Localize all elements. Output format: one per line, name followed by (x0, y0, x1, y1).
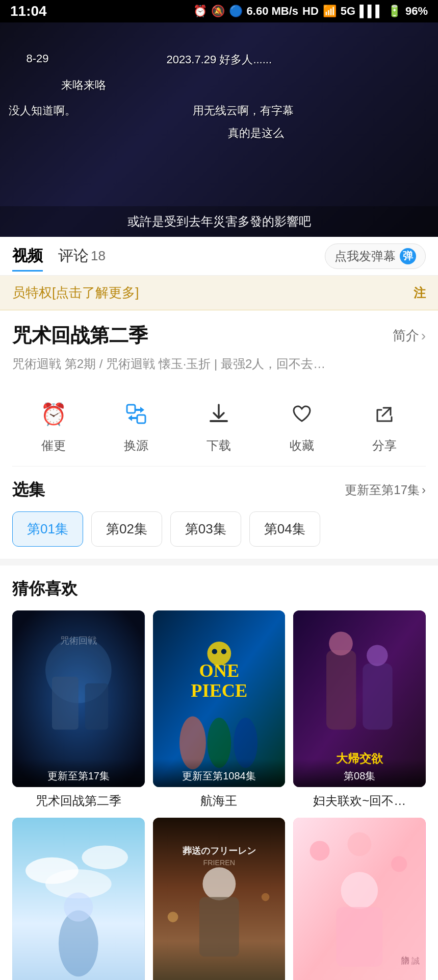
status-icons: ⏰ 🔕 🔵 6.60 MB/s HD 📶 5G ▌▌▌ 🔋 96% (193, 5, 428, 18)
recommend-item-frieren[interactable]: 葬送のフリーレン FRIEREN (153, 818, 286, 980)
5g-icon: 5G (341, 5, 355, 18)
episode-button-02[interactable]: 第02集 (91, 511, 162, 547)
recommend-thumb-sky (12, 818, 145, 980)
svg-rect-1 (137, 415, 145, 423)
share-label: 分享 (372, 437, 397, 454)
svg-point-12 (212, 649, 217, 654)
danmu-item: 用无线云啊，有字幕 (193, 103, 294, 118)
episode-button-04[interactable]: 第04集 (249, 511, 320, 547)
danmu-label: 点我发弹幕 (334, 248, 396, 264)
intro-link[interactable]: 简介 › (393, 327, 426, 345)
svg-point-39 (348, 832, 372, 856)
selection-section: 选集 更新至第17集 › 第01集 第02集 第03集 第04集 (0, 467, 438, 559)
svg-point-11 (207, 642, 231, 666)
favorite-label: 收藏 (290, 437, 314, 454)
recommend-item-sky[interactable] (12, 818, 145, 980)
svg-rect-2 (210, 420, 228, 422)
danmu-icon: 弹 (400, 248, 416, 264)
tab-video[interactable]: 视频 (12, 240, 43, 272)
svg-rect-19 (363, 664, 393, 730)
favorite-icon (284, 396, 320, 432)
battery-icon: 🔋 (388, 5, 401, 18)
danmu-item: 2023.7.29 好多人...... (166, 52, 272, 67)
recommend-thumb-special: 大帰交欲 第08集 (293, 610, 426, 787)
recommend-name-special: 妇夫联欢~回不… (293, 792, 426, 810)
download-button[interactable]: 下载 (200, 396, 237, 454)
hd-badge: HD (302, 5, 319, 18)
content-section: 咒术回战第二季 简介 › 咒術迴戦 第2期 / 咒術迴戦 懐玉·玉折 | 最强2… (0, 310, 438, 467)
recommend-thumb-onepiece: ONE PIECE 更新至第1084集 (153, 610, 286, 787)
danmu-overlay: 8-29 2023.7.29 好多人...... 来咯来咯 没人知道啊。 用无线… (0, 22, 438, 206)
action-buttons: ⏰ 催更 换源 下载 (12, 387, 426, 467)
recommend-item-jujutsu[interactable]: 咒術回戦 更新至第17集 咒术回战第二季 (12, 610, 145, 810)
svg-point-25 (82, 845, 128, 869)
video-player[interactable]: 8-29 2023.7.29 好多人...... 来咯来咯 没人知道啊。 用无线… (0, 22, 438, 237)
recommend-name-jujutsu: 咒术回战第二季 (12, 792, 145, 810)
recommend-item-pink[interactable]: 物語 誠 (293, 818, 426, 980)
svg-point-28 (64, 892, 93, 921)
anime-title: 咒术回战第二季 (12, 323, 148, 349)
danmu-item: 真的是这么 (228, 126, 284, 141)
recommend-thumb-jujutsu: 咒術回戦 更新至第17集 (12, 610, 145, 787)
svg-point-38 (391, 856, 407, 872)
speed-indicator: 6.60 MB/s (247, 5, 299, 18)
recommend-badge-jujutsu: 更新至第17集 (12, 759, 145, 787)
danmu-item: 8-29 (27, 52, 49, 65)
comment-count: 18 (91, 248, 106, 264)
share-icon (366, 396, 403, 432)
svg-text:咒術回戦: 咒術回戦 (60, 635, 97, 646)
wifi-icon: 📶 (323, 5, 337, 18)
status-bar: 11:04 ⏰ 🔕 🔵 6.60 MB/s HD 📶 5G ▌▌▌ 🔋 96% (0, 0, 438, 22)
switch-source-label: 换源 (124, 437, 148, 454)
svg-rect-6 (85, 683, 108, 730)
danmu-button[interactable]: 点我发弹幕 弹 (325, 243, 426, 269)
battery-level: 96% (405, 5, 428, 18)
svg-text:葬送のフリーレン: 葬送のフリーレン (182, 846, 255, 856)
switch-source-icon (118, 396, 154, 432)
episode-button-03[interactable]: 第03集 (170, 511, 241, 547)
svg-point-21 (367, 645, 388, 666)
svg-rect-18 (326, 650, 356, 730)
video-subtitle: 或許是受到去年災害多發的影響吧 (0, 206, 438, 237)
svg-text:PIECE: PIECE (191, 680, 247, 701)
recommend-thumb-pink: 物語 誠 (293, 818, 426, 980)
title-row: 咒术回战第二季 简介 › (12, 323, 426, 349)
recommend-thumb-frieren: 葬送のフリーレン FRIEREN (153, 818, 286, 980)
alarm-icon: ⏰ (193, 5, 207, 18)
anime-tags: 咒術迴戦 第2期 / 咒術迴戦 懐玉·玉折 | 最强2人，回不去… (12, 355, 426, 373)
selection-update[interactable]: 更新至第17集 › (345, 482, 426, 498)
episode-button-01[interactable]: 第01集 (12, 511, 83, 547)
svg-rect-5 (52, 677, 79, 730)
svg-point-34 (167, 912, 178, 922)
recommend-grid: 咒術回戦 更新至第17集 咒术回战第二季 (12, 610, 426, 980)
favorite-button[interactable]: 收藏 (284, 396, 320, 454)
member-text: 员特权[点击了解更多] (12, 284, 139, 302)
selection-title: 选集 (12, 479, 45, 501)
svg-point-35 (261, 893, 269, 901)
urge-button[interactable]: ⏰ 催更 (35, 396, 72, 454)
selection-header: 选集 更新至第17集 › (12, 479, 426, 501)
recommend-item-special[interactable]: 大帰交欲 第08集 妇夫联欢~回不… (293, 610, 426, 810)
signal-icon: ▌▌▌ (359, 5, 383, 18)
member-banner[interactable]: 员特权[点击了解更多] 注 (0, 276, 438, 310)
switch-source-button[interactable]: 换源 (118, 396, 154, 454)
recommend-title: 猜你喜欢 (12, 578, 426, 600)
danmu-item: 没人知道啊。 (9, 103, 76, 118)
mute-icon: 🔕 (211, 5, 225, 18)
recommend-section: 猜你喜欢 咒術回戦 更新 (0, 566, 438, 980)
share-button[interactable]: 分享 (366, 396, 403, 454)
intro-chevron-icon: › (421, 328, 426, 344)
video-background: 8-29 2023.7.29 好多人...... 来咯来咯 没人知道啊。 用无线… (0, 22, 438, 237)
member-right: 注 (414, 285, 426, 301)
svg-rect-0 (127, 405, 135, 413)
bluetooth-icon: 🔵 (229, 5, 243, 18)
recommend-badge-onepiece: 更新至第1084集 (153, 759, 286, 787)
tab-comment[interactable]: 评论 18 (58, 240, 106, 272)
svg-point-37 (310, 841, 330, 861)
recommend-item-onepiece[interactable]: ONE PIECE 更新至第1084集 航海王 (153, 610, 286, 810)
danmu-item: 来咯来咯 (61, 78, 106, 93)
urge-label: 催更 (41, 437, 66, 454)
tab-bar: 视频 评论 18 点我发弹幕 弹 (0, 237, 438, 276)
svg-rect-41 (337, 907, 383, 967)
svg-point-40 (341, 872, 378, 909)
